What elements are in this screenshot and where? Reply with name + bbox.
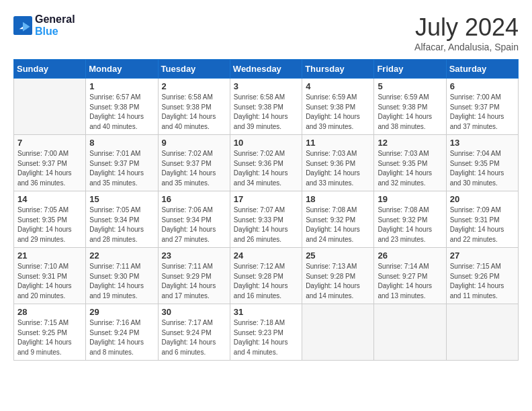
calendar-week-row: 14Sunrise: 7:05 AM Sunset: 9:35 PM Dayli… [14,191,519,248]
day-info: Sunrise: 7:03 AM Sunset: 9:36 PM Dayligh… [306,149,370,188]
day-info: Sunrise: 7:10 AM Sunset: 9:31 PM Dayligh… [17,262,82,301]
day-info: Sunrise: 7:02 AM Sunset: 9:36 PM Dayligh… [234,149,298,188]
calendar-week-row: 28Sunrise: 7:15 AM Sunset: 9:25 PM Dayli… [14,304,519,361]
day-number: 26 [378,250,442,261]
calendar-cell: 22Sunrise: 7:11 AM Sunset: 9:30 PM Dayli… [86,248,158,304]
day-info: Sunrise: 7:15 AM Sunset: 9:26 PM Dayligh… [450,262,515,301]
day-number: 7 [17,138,82,148]
calendar-cell [446,304,518,361]
day-info: Sunrise: 7:04 AM Sunset: 9:35 PM Dayligh… [450,149,515,188]
day-info: Sunrise: 7:02 AM Sunset: 9:37 PM Dayligh… [162,149,226,188]
logo-text-blue: Blue [35,26,75,38]
calendar-cell: 17Sunrise: 7:07 AM Sunset: 9:33 PM Dayli… [230,191,302,248]
calendar-cell: 7Sunrise: 7:00 AM Sunset: 9:37 PM Daylig… [14,135,86,191]
day-info: Sunrise: 7:00 AM Sunset: 9:37 PM Dayligh… [450,93,515,132]
day-info: Sunrise: 7:17 AM Sunset: 9:24 PM Dayligh… [162,318,226,357]
calendar-table: SundayMondayTuesdayWednesdayThursdayFrid… [13,59,519,361]
logo: General Blue [13,13,75,37]
day-number: 11 [306,138,370,148]
calendar-cell: 8Sunrise: 7:01 AM Sunset: 9:37 PM Daylig… [86,135,158,191]
calendar-cell: 9Sunrise: 7:02 AM Sunset: 9:37 PM Daylig… [158,135,230,191]
day-number: 23 [162,250,226,261]
day-number: 24 [234,250,298,261]
day-info: Sunrise: 7:15 AM Sunset: 9:25 PM Dayligh… [17,318,82,357]
day-info: Sunrise: 7:12 AM Sunset: 9:28 PM Dayligh… [234,262,298,301]
day-info: Sunrise: 7:16 AM Sunset: 9:24 PM Dayligh… [89,318,154,357]
calendar-cell: 30Sunrise: 7:17 AM Sunset: 9:24 PM Dayli… [158,304,230,361]
day-number: 10 [234,138,298,148]
calendar-week-row: 21Sunrise: 7:10 AM Sunset: 9:31 PM Dayli… [14,248,519,304]
day-number: 27 [450,250,515,261]
logo-text-general: General [35,13,75,26]
calendar-cell: 23Sunrise: 7:11 AM Sunset: 9:29 PM Dayli… [158,248,230,304]
day-info: Sunrise: 7:05 AM Sunset: 9:35 PM Dayligh… [17,205,82,244]
day-number: 25 [306,250,370,261]
calendar-cell: 18Sunrise: 7:08 AM Sunset: 9:32 PM Dayli… [302,191,374,248]
calendar-day-header: Wednesday [230,60,302,79]
day-info: Sunrise: 7:11 AM Sunset: 9:30 PM Dayligh… [89,262,154,301]
day-number: 1 [89,81,154,91]
calendar-cell: 1Sunrise: 6:57 AM Sunset: 9:38 PM Daylig… [86,79,158,135]
day-info: Sunrise: 7:00 AM Sunset: 9:37 PM Dayligh… [17,149,82,188]
calendar-cell: 26Sunrise: 7:14 AM Sunset: 9:27 PM Dayli… [374,248,446,304]
day-number: 29 [89,307,154,317]
calendar-week-row: 1Sunrise: 6:57 AM Sunset: 9:38 PM Daylig… [14,79,519,135]
day-info: Sunrise: 6:59 AM Sunset: 9:38 PM Dayligh… [378,93,442,132]
calendar-cell: 27Sunrise: 7:15 AM Sunset: 9:26 PM Dayli… [446,248,518,304]
calendar-cell: 12Sunrise: 7:03 AM Sunset: 9:35 PM Dayli… [374,135,446,191]
day-info: Sunrise: 6:59 AM Sunset: 9:38 PM Dayligh… [306,93,370,132]
calendar-cell: 16Sunrise: 7:06 AM Sunset: 9:34 PM Dayli… [158,191,230,248]
calendar-day-header: Monday [86,60,158,79]
calendar-cell: 2Sunrise: 6:58 AM Sunset: 9:38 PM Daylig… [158,79,230,135]
calendar-cell: 24Sunrise: 7:12 AM Sunset: 9:28 PM Dayli… [230,248,302,304]
calendar-body: 1Sunrise: 6:57 AM Sunset: 9:38 PM Daylig… [14,79,519,361]
logo-icon [13,16,32,35]
calendar-cell: 13Sunrise: 7:04 AM Sunset: 9:35 PM Dayli… [446,135,518,191]
day-info: Sunrise: 7:08 AM Sunset: 9:32 PM Dayligh… [378,205,442,244]
day-number: 18 [306,194,370,204]
page-header: General Blue July 2024 Alfacar, Andalusi… [13,13,519,52]
day-info: Sunrise: 7:08 AM Sunset: 9:32 PM Dayligh… [306,205,370,244]
day-number: 8 [89,138,154,148]
calendar-cell: 4Sunrise: 6:59 AM Sunset: 9:38 PM Daylig… [302,79,374,135]
calendar-cell: 14Sunrise: 7:05 AM Sunset: 9:35 PM Dayli… [14,191,86,248]
calendar-cell: 19Sunrise: 7:08 AM Sunset: 9:32 PM Dayli… [374,191,446,248]
day-number: 6 [450,81,515,91]
day-number: 14 [17,194,82,204]
day-number: 2 [162,81,226,91]
calendar-cell: 31Sunrise: 7:18 AM Sunset: 9:23 PM Dayli… [230,304,302,361]
calendar-cell [14,79,86,135]
calendar-cell: 28Sunrise: 7:15 AM Sunset: 9:25 PM Dayli… [14,304,86,361]
day-number: 17 [234,194,298,204]
day-number: 30 [162,307,226,317]
day-info: Sunrise: 6:58 AM Sunset: 9:38 PM Dayligh… [234,93,298,132]
day-info: Sunrise: 7:07 AM Sunset: 9:33 PM Dayligh… [234,205,298,244]
calendar-day-header: Saturday [446,60,518,79]
title-block: July 2024 Alfacar, Andalusia, Spain [414,13,519,52]
day-number: 21 [17,250,82,261]
calendar-header-row: SundayMondayTuesdayWednesdayThursdayFrid… [14,60,519,79]
calendar-cell: 5Sunrise: 6:59 AM Sunset: 9:38 PM Daylig… [374,79,446,135]
day-info: Sunrise: 7:11 AM Sunset: 9:29 PM Dayligh… [162,262,226,301]
day-number: 22 [89,250,154,261]
day-number: 19 [378,194,442,204]
day-number: 4 [306,81,370,91]
calendar-cell: 29Sunrise: 7:16 AM Sunset: 9:24 PM Dayli… [86,304,158,361]
calendar-cell: 21Sunrise: 7:10 AM Sunset: 9:31 PM Dayli… [14,248,86,304]
calendar-cell: 10Sunrise: 7:02 AM Sunset: 9:36 PM Dayli… [230,135,302,191]
calendar-day-header: Friday [374,60,446,79]
calendar-cell: 3Sunrise: 6:58 AM Sunset: 9:38 PM Daylig… [230,79,302,135]
day-number: 28 [17,307,82,317]
day-info: Sunrise: 7:13 AM Sunset: 9:28 PM Dayligh… [306,262,370,301]
calendar-cell: 15Sunrise: 7:05 AM Sunset: 9:34 PM Dayli… [86,191,158,248]
day-info: Sunrise: 7:18 AM Sunset: 9:23 PM Dayligh… [234,318,298,357]
calendar-cell: 6Sunrise: 7:00 AM Sunset: 9:37 PM Daylig… [446,79,518,135]
calendar-week-row: 7Sunrise: 7:00 AM Sunset: 9:37 PM Daylig… [14,135,519,191]
calendar-cell: 25Sunrise: 7:13 AM Sunset: 9:28 PM Dayli… [302,248,374,304]
calendar-cell: 20Sunrise: 7:09 AM Sunset: 9:31 PM Dayli… [446,191,518,248]
calendar-cell [374,304,446,361]
day-number: 9 [162,138,226,148]
calendar-cell [302,304,374,361]
day-number: 20 [450,194,515,204]
month-year-title: July 2024 [414,13,519,42]
